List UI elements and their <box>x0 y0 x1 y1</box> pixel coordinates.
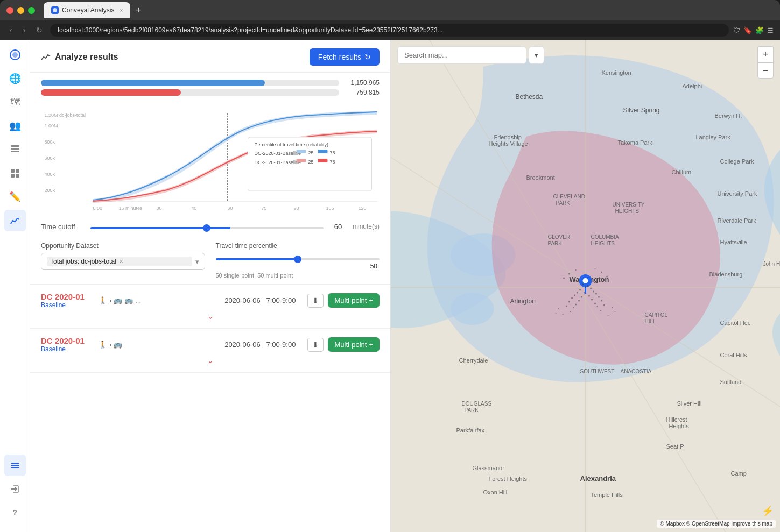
time-cutoff-slider[interactable] <box>90 227 324 229</box>
analysis-row-1-actions: ⬇ Multi-point + <box>307 293 380 308</box>
svg-point-2 <box>12 52 18 58</box>
svg-point-135 <box>575 269 577 271</box>
analysis-row-1-info: DC 2020-01 Baseline <box>41 292 85 309</box>
refresh-button[interactable]: ↻ <box>33 25 46 36</box>
sidebar-item-edit[interactable]: ✏️ <box>4 186 26 208</box>
walk-icon: 🚶 <box>99 296 107 304</box>
analysis-row-1-title[interactable]: DC 2020-01 <box>41 292 85 301</box>
traffic-lights <box>6 7 35 14</box>
travel-time-label: Travel time percentile <box>216 242 380 250</box>
svg-text:Kensington: Kensington <box>602 69 631 76</box>
svg-point-98 <box>585 287 586 288</box>
fetch-results-button[interactable]: Fetch results ↻ <box>310 48 380 66</box>
svg-point-131 <box>563 278 565 279</box>
progress-row-blue: 1,150,965 <box>41 79 380 87</box>
map-search-input[interactable] <box>397 46 526 64</box>
expand-row-1-button[interactable]: ⌄ <box>41 312 380 321</box>
tab-close-icon[interactable]: × <box>120 8 123 13</box>
svg-text:105: 105 <box>326 205 334 211</box>
zoom-out-button[interactable]: − <box>757 62 774 79</box>
travel-time-slider[interactable] <box>216 258 380 260</box>
sidebar-item-logo[interactable] <box>4 44 26 66</box>
sidebar-item-grid[interactable] <box>4 162 26 184</box>
sidebar-item-people[interactable]: 👥 <box>4 115 26 137</box>
svg-text:SOUTHWEST: SOUTHWEST <box>580 368 615 374</box>
svg-text:HEIGHTS: HEIGHTS <box>615 208 640 214</box>
analysis-row-2-title[interactable]: DC 2020-01 <box>41 336 85 345</box>
svg-text:DC-2020-01-Baseline: DC-2020-01-Baseline <box>255 160 301 165</box>
svg-rect-7 <box>16 169 19 173</box>
minimize-button[interactable] <box>17 7 24 14</box>
multipoint-button-1[interactable]: Multi-point + <box>328 293 380 308</box>
bookmark-icon: 🔖 <box>743 26 752 34</box>
analysis-row-2-date: 2020-06-06 7:00-9:00 <box>224 341 296 349</box>
sidebar-item-map[interactable]: 🗺 <box>4 91 26 113</box>
svg-text:Chillum: Chillum <box>672 169 692 175</box>
download-button-2[interactable]: ⬇ <box>307 338 324 352</box>
svg-text:Riverdale Park: Riverdale Park <box>718 217 757 224</box>
svg-text:COLUMBIA: COLUMBIA <box>591 234 620 240</box>
svg-point-118 <box>566 306 567 307</box>
multipoint-button-2[interactable]: Multi-point + <box>328 337 380 352</box>
progress-bar-blue <box>41 80 265 86</box>
svg-text:HEIGHTS: HEIGHTS <box>591 240 615 246</box>
chart-area: 1.20M dc-jobs-total 1.00M 800k 600k 400k… <box>30 103 390 216</box>
svg-point-116 <box>575 304 577 306</box>
maximize-button[interactable] <box>28 7 35 14</box>
close-button[interactable] <box>6 7 13 14</box>
svg-rect-4 <box>11 151 19 152</box>
svg-point-120 <box>558 308 559 309</box>
svg-text:Temple Hills: Temple Hills <box>591 492 623 498</box>
progress-bar-blue-container <box>41 80 339 86</box>
sidebar-item-globe[interactable]: 🌐 <box>4 68 26 89</box>
active-tab[interactable]: Conveyal Analysis × <box>44 2 130 18</box>
browser-chrome: Conveyal Analysis × + <box>0 0 780 20</box>
menu-icon[interactable]: ☰ <box>767 26 774 34</box>
svg-text:Parkfairfax: Parkfairfax <box>456 427 485 434</box>
bus-icon-2: 🚌 <box>124 296 133 304</box>
map-search-chevron[interactable]: ▾ <box>529 46 544 64</box>
new-tab-button[interactable]: + <box>132 5 145 16</box>
svg-text:0:00: 0:00 <box>93 205 103 211</box>
map-search-bar: ▾ <box>397 46 544 64</box>
svg-rect-5 <box>11 145 19 147</box>
sidebar-item-chart[interactable] <box>4 210 26 231</box>
svg-text:Takoma Park: Takoma Park <box>618 139 653 146</box>
back-button[interactable]: ‹ <box>6 25 16 36</box>
svg-point-105 <box>593 291 594 293</box>
download-button-1[interactable]: ⬇ <box>307 294 324 308</box>
expand-row-2-button[interactable]: ⌄ <box>41 356 380 365</box>
svg-text:Glassmanor: Glassmanor <box>473 465 505 471</box>
svg-text:Seat P.: Seat P. <box>666 443 685 450</box>
svg-point-117 <box>594 303 596 304</box>
svg-point-124 <box>556 313 557 314</box>
svg-text:ANACOSTIA: ANACOSTIA <box>621 368 652 374</box>
svg-text:Hyattsville: Hyattsville <box>720 239 747 245</box>
sidebar-item-menu-lines[interactable] <box>4 455 26 476</box>
zoom-in-button[interactable]: + <box>757 46 774 62</box>
opportunity-select[interactable]: Total jobs: dc-jobs-total × ▾ <box>41 253 205 270</box>
svg-rect-3 <box>11 148 19 150</box>
svg-point-121 <box>612 307 613 308</box>
svg-point-126 <box>570 311 571 312</box>
analysis-row-2-icons: 🚶 › 🚌 <box>99 341 122 349</box>
svg-text:HILL: HILL <box>645 318 657 324</box>
address-input[interactable] <box>50 24 729 37</box>
svg-point-103 <box>584 292 585 294</box>
sidebar-item-layers[interactable] <box>4 139 26 160</box>
sidebar-item-help[interactable]: ? <box>4 502 26 523</box>
svg-point-106 <box>574 295 575 296</box>
sidebar-item-logout[interactable] <box>4 478 26 500</box>
dropdowns-row: Opportunity Dataset Total jobs: dc-jobs-… <box>30 242 390 284</box>
bus-icon-1: 🚌 <box>114 296 122 304</box>
svg-point-112 <box>578 300 580 302</box>
extensions-icon: 🧩 <box>755 26 764 34</box>
tab-favicon <box>51 6 59 14</box>
map-zoom-controls: + − <box>757 46 774 79</box>
left-panel: Analyze results Fetch results ↻ 1,150,96… <box>30 40 391 532</box>
tag-close-icon[interactable]: × <box>120 258 123 265</box>
svg-text:CAPITOL: CAPITOL <box>645 312 668 318</box>
forward-button[interactable]: › <box>20 25 29 36</box>
opportunity-dropdown-group: Opportunity Dataset Total jobs: dc-jobs-… <box>41 242 205 279</box>
time-cutoff-unit: minute(s) <box>353 223 380 230</box>
